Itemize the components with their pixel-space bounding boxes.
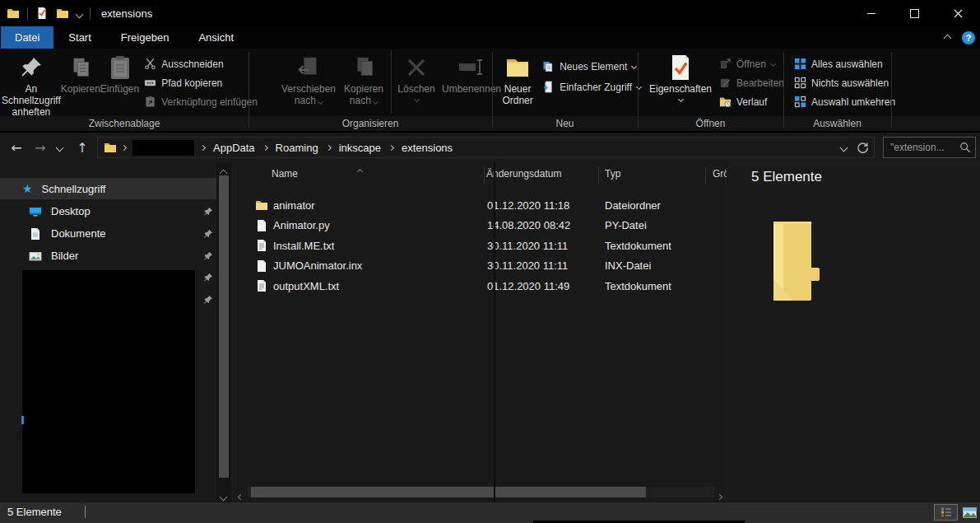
up-button[interactable]: ↑ [71,133,94,162]
breadcrumb-chevron-icon [325,146,332,150]
breadcrumb-inkscape[interactable]: inkscape [332,138,388,157]
file-row-animator[interactable]: animator 01.12.2020 11:18 Dateiordner [233,195,727,215]
select-all-icon [794,58,806,70]
sidebar-item-bilder[interactable]: Bilder [0,245,216,267]
copy-button[interactable]: Kopieren [61,49,100,119]
properties-button[interactable]: Eigenschaften [647,49,714,119]
paste-button[interactable]: Einfügen [100,49,139,119]
edit-button[interactable]: Bearbeiten [716,73,787,92]
help-icon[interactable]: ? [962,31,975,44]
breadcrumb-chevron-icon [199,146,207,150]
pin-icon [20,52,43,83]
file-row-animator-py[interactable]: Animator.py 14.08.2020 08:42 PY-Datei [233,216,727,236]
edit-icon [719,77,732,89]
open-icon [719,58,732,70]
address-bar[interactable]: AppData Roaming inkscape extensions [97,137,875,158]
large-icons-view-button[interactable] [959,504,980,521]
delete-button[interactable]: Löschen [395,49,438,119]
easy-access-button[interactable]: Einfacher Zugriff [539,77,644,97]
column-header-size[interactable]: Grö [713,168,727,180]
back-button[interactable]: ← [5,133,28,162]
file-row-install-me[interactable]: Install.ME.txt 30.11.2020 11:11 Textdoku… [233,236,727,255]
status-separator [85,506,86,518]
scrollbar-thumb[interactable] [251,487,646,497]
scroll-left-icon[interactable] [239,489,243,502]
invert-selection-button[interactable]: Auswahl umkehren [791,92,899,111]
sidebar-item-desktop[interactable]: Desktop [0,200,216,222]
title-bar: extensions [0,0,980,26]
copy-to-button[interactable]: Kopieren nach [340,49,388,119]
column-header-date[interactable]: Änderungsdatum [486,168,561,180]
pictures-icon [29,250,42,263]
delete-icon [405,52,428,83]
minimize-button[interactable] [849,0,893,26]
pane-divider[interactable] [494,162,495,502]
pin-icon [203,295,213,305]
file-row-outputxml[interactable]: outputXML.txt 01.12.2020 11:49 Textdokum… [233,276,727,296]
dropdown-chevron-icon [373,99,379,105]
scrollbar-thumb[interactable] [219,175,229,478]
new-item-button[interactable]: Neues Element [539,56,644,77]
qat-new-folder-icon[interactable] [56,7,69,20]
horizontal-scrollbar[interactable] [233,485,727,499]
column-header-type[interactable]: Typ [605,168,620,180]
tab-datei[interactable]: Datei [1,26,53,49]
navigation-bar: ← → ↑ AppData Roaming inkscape extension… [0,133,980,162]
sidebar-item-dokumente[interactable]: Dokumente [0,222,216,245]
desktop-icon [29,205,42,218]
cut-button[interactable]: Ausschneiden [141,54,261,73]
sidebar-item-quick-access[interactable]: ★ Schnellzugriff [0,178,216,199]
paste-shortcut-icon [144,96,156,108]
new-folder-button[interactable]: Neuer Ordner [499,49,536,119]
tab-ansicht[interactable]: Ansicht [183,26,248,49]
close-button[interactable] [936,0,980,26]
search-icon[interactable] [959,142,971,153]
column-separator[interactable] [598,167,599,184]
selection-accent [21,416,24,424]
forward-button[interactable]: → [30,133,51,162]
open-button[interactable]: Öffnen [716,54,787,73]
details-view-button[interactable] [934,504,958,521]
maximize-icon [910,9,919,18]
ribbon-corner-controls: ? [945,26,975,49]
select-none-button[interactable]: Nichts auswählen [791,73,899,92]
file-row-jumoanimator[interactable]: JUMOAnimator.inx 30.11.2020 11:11 INX-Da… [233,256,727,276]
tab-freigeben[interactable]: Freigeben [106,26,184,49]
group-label-oeffnen: Öffnen [638,117,783,130]
breadcrumb-appdata[interactable]: AppData [207,138,262,157]
refresh-icon[interactable] [857,142,869,154]
paste-shortcut-button[interactable]: Verknüpfung einfügen [141,92,261,111]
breadcrumb-roaming[interactable]: Roaming [269,138,325,157]
address-dropdown-chevron-icon[interactable] [841,138,847,157]
recent-locations-button[interactable] [51,133,67,162]
move-to-button[interactable]: Verschieben nach [277,49,340,119]
maximize-button[interactable] [893,0,936,26]
breadcrumb-extensions[interactable]: extensions [395,138,459,157]
select-none-icon [794,77,806,89]
collapse-ribbon-icon[interactable] [945,31,950,44]
scroll-down-icon[interactable] [221,490,226,502]
tab-start[interactable]: Start [53,26,105,49]
column-separator[interactable] [705,167,706,184]
qat-properties-icon[interactable] [35,7,49,20]
group-label-organisieren: Organisieren [248,117,492,130]
qat-customize-chevron-icon[interactable] [77,7,82,20]
copy-path-button[interactable]: Pfad kopieren [141,73,261,92]
window-controls [849,0,980,26]
text-file-icon [255,279,268,292]
titlebar-separator [90,7,91,20]
column-separator[interactable] [484,167,485,184]
pin-to-quick-access-button[interactable]: An Schnellzugriff anheften [2,49,61,119]
ribbon-group-zwischenablage: An Schnellzugriff anheften Kopieren Einf… [2,49,248,116]
scroll-right-icon[interactable] [718,489,722,502]
search-box [883,137,976,158]
group-label-auswaehlen: Auswählen [783,117,891,130]
redacted-user-crumb [132,140,194,156]
history-button[interactable]: Verlauf [716,92,787,111]
pin-icon [203,273,213,283]
column-header-name[interactable]: Name [272,168,298,180]
sidebar-scrollbar[interactable] [216,162,231,502]
preview-item-count: 5 Elemente [751,169,822,185]
select-all-button[interactable]: Alles auswählen [791,54,899,73]
breadcrumb-chevron-icon [262,146,269,150]
